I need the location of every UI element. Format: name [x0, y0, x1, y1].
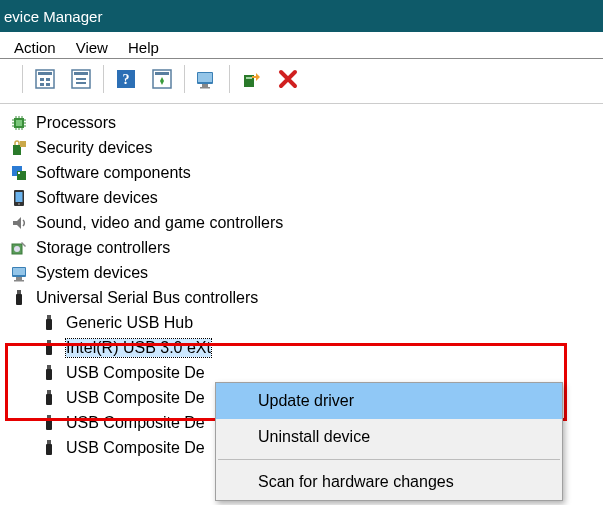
usb-icon [38, 412, 60, 434]
usb-icon [38, 437, 60, 459]
toolbar-help-icon[interactable]: ? [108, 62, 144, 96]
svg-rect-23 [16, 120, 22, 126]
usb-icon [8, 287, 30, 309]
svg-rect-54 [46, 319, 52, 330]
svg-rect-64 [46, 444, 52, 455]
toolbar-properties-icon[interactable] [144, 62, 180, 96]
svg-rect-50 [14, 280, 24, 282]
svg-rect-37 [20, 141, 26, 147]
context-menu-uninstall-device[interactable]: Uninstall device [216, 419, 562, 455]
tree-category-sound[interactable]: Sound, video and game controllers [8, 210, 603, 235]
tree-category-storage[interactable]: Storage controllers [8, 235, 603, 260]
tree-label: USB Composite De [66, 439, 205, 457]
tree-label: Processors [36, 114, 116, 132]
toolbar-uninstall-icon[interactable] [270, 62, 306, 96]
toolbar-update-driver-icon[interactable] [189, 62, 225, 96]
menu-view[interactable]: View [66, 37, 118, 58]
svg-rect-16 [198, 73, 212, 82]
svg-rect-3 [46, 78, 50, 81]
tree-label: Software devices [36, 189, 158, 207]
usb-icon [38, 312, 60, 334]
tree-label: Generic USB Hub [66, 314, 193, 332]
tree-category-software-devices[interactable]: Software devices [8, 185, 603, 210]
svg-rect-56 [46, 344, 52, 355]
svg-rect-8 [76, 78, 86, 80]
svg-rect-1 [38, 72, 52, 75]
menubar: Action View Help [0, 32, 603, 58]
tree-device-generic-usb-hub[interactable]: Generic USB Hub [8, 310, 603, 335]
svg-rect-58 [46, 369, 52, 380]
svg-rect-40 [18, 172, 20, 174]
svg-rect-5 [46, 83, 50, 86]
cpu-icon [8, 112, 30, 134]
svg-rect-42 [16, 192, 23, 202]
svg-rect-48 [13, 268, 25, 275]
context-menu-update-driver[interactable]: Update driver [216, 383, 562, 419]
window-title: evice Manager [4, 8, 102, 25]
context-menu-scan-hardware[interactable]: Scan for hardware changes [216, 464, 562, 500]
menu-help[interactable]: Help [118, 37, 169, 58]
tree-label: Intel(R) USB 3.0 eXt [66, 339, 211, 357]
svg-rect-63 [47, 440, 51, 444]
tree-label: Security devices [36, 139, 153, 157]
usb-icon [38, 362, 60, 384]
security-icon [8, 137, 30, 159]
context-menu: Update driver Uninstall device Scan for … [215, 382, 563, 501]
svg-rect-20 [246, 77, 252, 79]
usb-icon [38, 337, 60, 359]
svg-rect-4 [40, 83, 44, 86]
svg-rect-2 [40, 78, 44, 81]
toolbar-view-list-icon[interactable] [63, 62, 99, 96]
svg-rect-60 [46, 394, 52, 405]
svg-rect-7 [74, 72, 88, 75]
tree-label: System devices [36, 264, 148, 282]
system-icon [8, 262, 30, 284]
tree-category-security[interactable]: Security devices [8, 135, 603, 160]
software-device-icon [8, 187, 30, 209]
svg-rect-61 [47, 415, 51, 419]
tree-label: USB Composite De [66, 364, 205, 382]
tree-category-system[interactable]: System devices [8, 260, 603, 285]
tree-category-software-components[interactable]: Software components [8, 160, 603, 185]
svg-rect-51 [17, 290, 21, 294]
tree-label: Sound, video and game controllers [36, 214, 283, 232]
svg-rect-13 [155, 72, 169, 75]
storage-icon [8, 237, 30, 259]
svg-rect-52 [16, 294, 22, 305]
svg-rect-62 [46, 419, 52, 430]
tree-label: Universal Serial Bus controllers [36, 289, 258, 307]
toolbar: ? [0, 59, 603, 99]
sound-icon [8, 212, 30, 234]
tree-label: Storage controllers [36, 239, 170, 257]
svg-rect-18 [200, 87, 210, 89]
tree-category-usb[interactable]: Universal Serial Bus controllers [8, 285, 603, 310]
tree-label: USB Composite De [66, 389, 205, 407]
svg-rect-36 [13, 145, 21, 155]
svg-rect-17 [202, 84, 208, 87]
software-component-icon [8, 162, 30, 184]
svg-rect-59 [47, 390, 51, 394]
window-titlebar: evice Manager [0, 0, 603, 32]
usb-icon [38, 387, 60, 409]
svg-point-43 [18, 203, 20, 205]
tree-label: USB Composite De [66, 414, 205, 432]
tree-label: Software components [36, 164, 191, 182]
svg-rect-57 [47, 365, 51, 369]
svg-rect-53 [47, 315, 51, 319]
tree-category-processors[interactable]: Processors [8, 110, 603, 135]
svg-point-46 [14, 246, 20, 252]
svg-marker-14 [160, 77, 164, 85]
toolbar-scan-hardware-icon[interactable] [234, 62, 270, 96]
svg-marker-44 [13, 217, 21, 229]
svg-rect-55 [47, 340, 51, 344]
svg-text:?: ? [123, 72, 130, 87]
tree-device-intel-usb3[interactable]: Intel(R) USB 3.0 eXt [8, 335, 603, 360]
context-menu-separator [218, 459, 560, 460]
toolbar-view-details-icon[interactable] [27, 62, 63, 96]
menu-action[interactable]: Action [4, 37, 66, 58]
svg-rect-9 [76, 82, 86, 84]
svg-rect-49 [16, 277, 22, 280]
